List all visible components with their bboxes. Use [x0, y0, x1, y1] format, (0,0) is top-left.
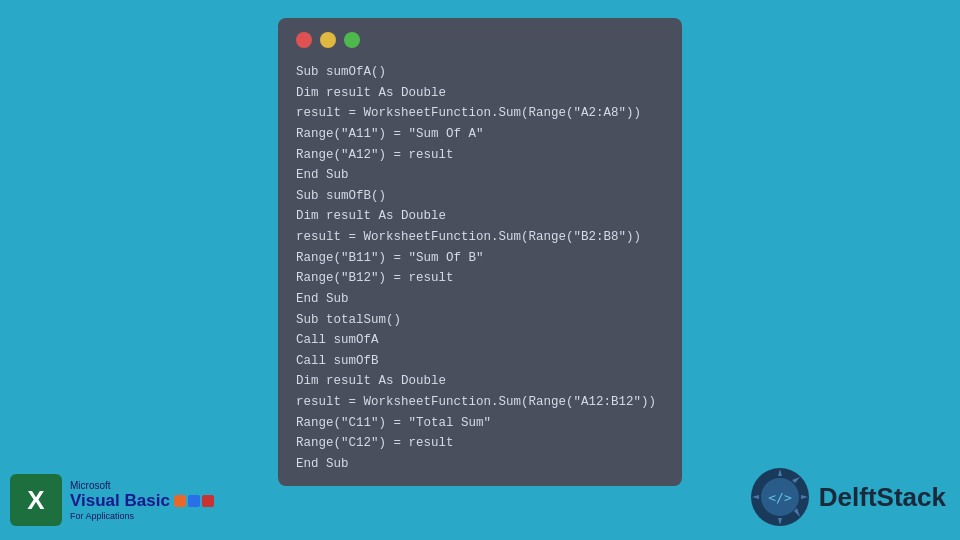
vba-logo: Microsoft Visual Basic For Applications	[70, 480, 214, 521]
excel-icon: X	[10, 474, 62, 526]
code-window: Sub sumOfA() Dim result As Double result…	[278, 18, 682, 486]
cube-orange	[174, 495, 186, 507]
cube-red	[202, 495, 214, 507]
maximize-button[interactable]	[344, 32, 360, 48]
minimize-button[interactable]	[320, 32, 336, 48]
svg-text:</>: </>	[768, 490, 792, 505]
code-content: Sub sumOfA() Dim result As Double result…	[296, 62, 664, 475]
delft-logo-icon: </>	[751, 468, 809, 526]
delft-logo-svg: </>	[751, 468, 809, 526]
vb-label: Visual Basic	[70, 491, 214, 511]
excel-x-label: X	[27, 485, 44, 516]
vb-cubes	[174, 495, 214, 507]
ms-label: Microsoft	[70, 480, 214, 491]
delft-stack-label: DelftStack	[819, 482, 946, 513]
window-controls	[296, 32, 664, 48]
close-button[interactable]	[296, 32, 312, 48]
bottom-left-branding: X Microsoft Visual Basic For Application…	[10, 474, 214, 526]
bottom-right-branding: </> DelftStack	[751, 468, 946, 526]
for-apps-label: For Applications	[70, 511, 214, 521]
cube-blue	[188, 495, 200, 507]
